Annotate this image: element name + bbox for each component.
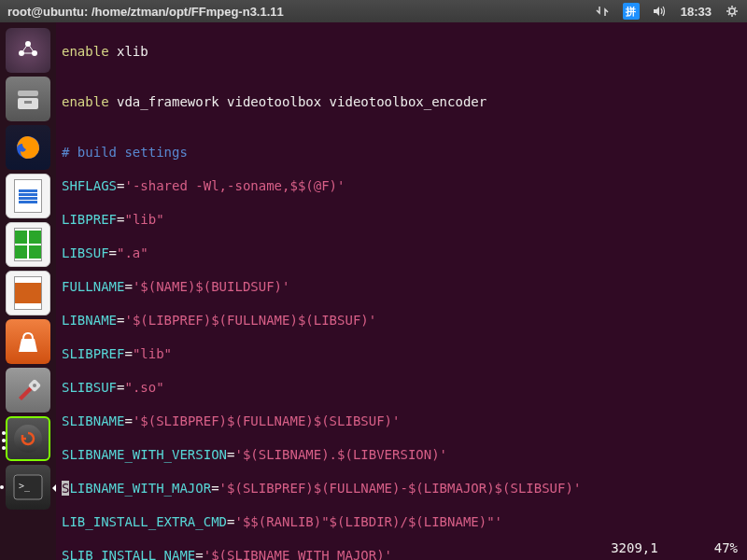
code-text: enable bbox=[62, 94, 117, 109]
top-menu-bar: root@ubuntu: /home/ztman/opt/FFmpeg-n3.1… bbox=[0, 0, 747, 22]
code-str: ".so" bbox=[124, 380, 163, 395]
launcher: >_ bbox=[0, 22, 56, 560]
code-var: FULLNAME bbox=[62, 279, 124, 294]
code-str: "lib" bbox=[124, 212, 163, 227]
code-var: SLIBPREF bbox=[62, 346, 124, 361]
code-text: vda_framework videotoolbox videotoolbox_… bbox=[117, 94, 486, 109]
code-str: '$(SLIBPREF)$(FULLNAME)$(SLIBSUF)' bbox=[133, 413, 401, 428]
code-var: LIBNAME bbox=[62, 313, 117, 328]
code-var: SLIB_INSTALL_NAME bbox=[62, 548, 195, 560]
code-str: '$(SLIBNAME_WITH_MAJOR)' bbox=[204, 548, 392, 560]
firefox-icon[interactable] bbox=[6, 125, 50, 170]
input-method-icon[interactable]: 拼 bbox=[623, 3, 640, 20]
code-str: '$$(RANLIB)"$(LIBDIR)/$(LIBNAME)"' bbox=[234, 514, 502, 529]
libreoffice-impress-icon[interactable] bbox=[6, 271, 50, 315]
code-var: LIB_INSTALL_EXTRA_CMD bbox=[62, 514, 227, 529]
code-str: '$(SLIBNAME).$(LIBVERSION)' bbox=[234, 447, 447, 462]
terminal-icon[interactable]: >_ bbox=[6, 465, 50, 510]
code-str: '$(LIBPREF)$(FULLNAME)$(LIBSUF)' bbox=[124, 313, 376, 328]
clock[interactable]: 18:33 bbox=[681, 5, 712, 19]
code-str: '-shared -Wl,-soname,$$(@F)' bbox=[124, 178, 345, 193]
window-title: root@ubuntu: /home/ztman/opt/FFmpeg-n3.1… bbox=[7, 5, 595, 19]
svg-point-0 bbox=[729, 8, 735, 14]
cursor-position: 3209,1 bbox=[611, 539, 658, 556]
terminal-content[interactable]: enable xlib enable vda_framework videoto… bbox=[56, 22, 747, 560]
software-center-icon[interactable] bbox=[6, 319, 50, 364]
svg-text:>_: >_ bbox=[19, 481, 31, 492]
libreoffice-writer-icon[interactable] bbox=[6, 174, 50, 218]
code-var: SHFLAGS bbox=[62, 178, 117, 193]
vim-status-line: 3209,1 47% bbox=[611, 539, 738, 556]
code-str: '$(SLIBPREF)$(FULLNAME)-$(LIBMAJOR)$(SLI… bbox=[219, 481, 582, 496]
files-icon[interactable] bbox=[6, 77, 50, 121]
code-var: LIBPREF bbox=[62, 212, 117, 227]
code-var: LIBNAME_WITH_MAJOR bbox=[69, 481, 211, 496]
code-str: "lib" bbox=[133, 346, 172, 361]
code-text: enable bbox=[62, 44, 117, 59]
indicator-area: 拼 18:33 bbox=[595, 3, 740, 20]
gear-icon[interactable] bbox=[725, 4, 740, 19]
scroll-percent: 47% bbox=[714, 539, 738, 556]
network-icon[interactable] bbox=[595, 4, 610, 19]
svg-point-9 bbox=[33, 384, 36, 387]
code-comment: # build settings bbox=[62, 144, 741, 161]
dash-icon[interactable] bbox=[6, 28, 50, 73]
code-var: SLIBNAME_WITH_VERSION bbox=[62, 447, 227, 462]
software-updater-icon[interactable] bbox=[6, 416, 50, 461]
libreoffice-calc-icon[interactable] bbox=[6, 222, 50, 267]
code-var: LIBSUF bbox=[62, 245, 109, 260]
settings-icon[interactable] bbox=[6, 368, 50, 413]
svg-rect-4 bbox=[18, 91, 38, 96]
code-var: SLIBNAME bbox=[62, 413, 124, 428]
code-var: SLIBSUF bbox=[62, 380, 117, 395]
code-str: ".a" bbox=[117, 245, 148, 260]
svg-rect-6 bbox=[24, 101, 32, 104]
code-str: '$(NAME)$(BUILDSUF)' bbox=[133, 279, 290, 294]
volume-icon[interactable] bbox=[653, 4, 668, 19]
code-text: xlib bbox=[117, 44, 148, 59]
